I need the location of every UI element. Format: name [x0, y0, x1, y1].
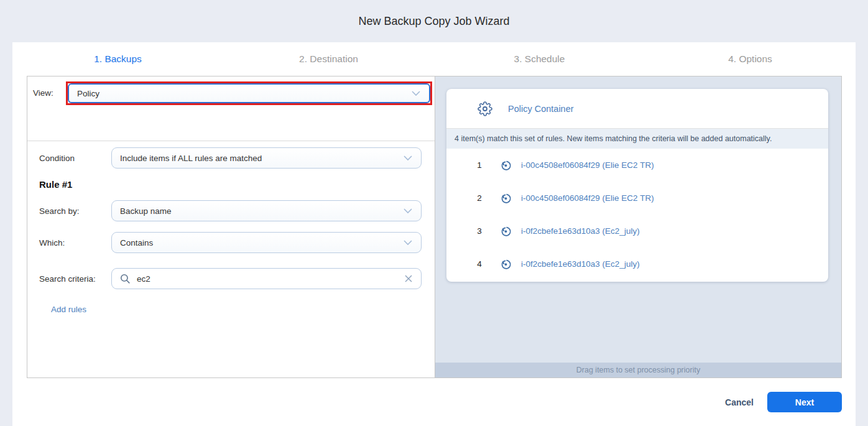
wizard-title-bar: New Backup Copy Job Wizard [0, 0, 868, 42]
backup-icon [499, 225, 512, 238]
item-name: i-00c4508ef06084f29 (Elie EC2 TR) [521, 160, 654, 170]
action-bar: Cancel Next [12, 378, 856, 426]
item-priority: 2 [475, 193, 484, 203]
search-criteria-input[interactable] [137, 274, 404, 284]
condition-label: Condition [39, 154, 111, 163]
rules-panel: View: Policy Condition Include items if … [27, 76, 435, 377]
list-item[interactable]: 1 i-00c4508ef06084f29 (Elie EC2 TR) [446, 149, 828, 182]
item-name: i-0f2cbefe1e63d10a3 (Ec2_july) [521, 226, 640, 236]
which-dropdown-value: Contains [120, 238, 403, 248]
view-label: View: [33, 81, 66, 141]
step-content: View: Policy Condition Include items if … [27, 76, 842, 378]
tab-destination[interactable]: 2. Destination [223, 53, 434, 65]
wizard-steps: 1. Backups 2. Destination 3. Schedule 4.… [12, 42, 856, 76]
search-criteria-row: Search criteria: [39, 268, 422, 289]
backup-icon [499, 159, 512, 172]
match-info-bar: 4 item(s) match this set of rules. New i… [446, 129, 828, 149]
view-section: View: Policy [27, 76, 435, 141]
matched-items-list: 1 i-00c4508ef06084f29 (Elie EC2 TR) 2 [446, 149, 828, 282]
rule-form: Condition Include items if ALL rules are… [27, 141, 435, 314]
condition-dropdown[interactable]: Include items if ALL rules are matched [111, 147, 422, 169]
chevron-down-icon [403, 239, 413, 246]
list-item[interactable]: 3 i-0f2cbefe1e63d10a3 (Ec2_july) [446, 215, 828, 248]
list-item[interactable]: 4 i-0f2cbefe1e63d10a3 (Ec2_july) [446, 248, 828, 280]
add-rules-link[interactable]: Add rules [51, 305, 86, 314]
policy-container-title: Policy Container [508, 104, 574, 114]
search-by-dropdown[interactable]: Backup name [111, 200, 422, 221]
policy-container-card: Policy Container 4 item(s) match this se… [446, 89, 828, 282]
chevron-down-icon [403, 208, 413, 214]
backup-icon [499, 192, 512, 205]
search-by-row: Search by: Backup name [39, 200, 422, 221]
chevron-down-icon [411, 90, 421, 96]
drag-priority-hint: Drag items to set processing priority [435, 363, 841, 377]
view-dropdown-value: Policy [77, 89, 411, 98]
item-priority: 1 [475, 160, 484, 170]
cancel-button[interactable]: Cancel [725, 397, 754, 407]
item-name: i-0f2cbefe1e63d10a3 (Ec2_july) [521, 259, 640, 269]
search-by-dropdown-value: Backup name [120, 206, 403, 216]
view-dropdown[interactable]: Policy [68, 83, 430, 103]
list-item[interactable]: 2 i-00c4508ef06084f29 (Elie EC2 TR) [446, 182, 828, 215]
search-criteria-label: Search criteria: [39, 274, 111, 284]
which-row: Which: Contains [39, 232, 422, 253]
tab-options[interactable]: 4. Options [645, 53, 856, 65]
search-by-label: Search by: [39, 206, 111, 216]
tab-schedule[interactable]: 3. Schedule [434, 53, 645, 65]
search-icon [119, 273, 131, 285]
clear-icon[interactable] [404, 274, 413, 284]
chevron-down-icon [403, 155, 413, 161]
condition-dropdown-value: Include items if ALL rules are matched [120, 154, 403, 163]
item-priority: 4 [475, 259, 484, 269]
next-button[interactable]: Next [767, 392, 842, 412]
view-dropdown-highlight: Policy [66, 81, 432, 105]
which-dropdown[interactable]: Contains [111, 232, 422, 253]
item-name: i-00c4508ef06084f29 (Elie EC2 TR) [521, 193, 654, 203]
wizard-card: 1. Backups 2. Destination 3. Schedule 4.… [12, 42, 856, 426]
tab-backups[interactable]: 1. Backups [12, 53, 223, 65]
policy-preview-panel: Policy Container 4 item(s) match this se… [435, 76, 841, 377]
which-label: Which: [39, 238, 111, 248]
backup-icon [499, 257, 512, 271]
rule-title: Rule #1 [39, 179, 422, 190]
page-title: New Backup Copy Job Wizard [358, 15, 509, 28]
gear-icon [478, 101, 492, 116]
policy-container-header: Policy Container [446, 89, 828, 129]
search-criteria-box [111, 268, 422, 289]
item-priority: 3 [475, 226, 484, 236]
condition-row: Condition Include items if ALL rules are… [39, 147, 422, 169]
